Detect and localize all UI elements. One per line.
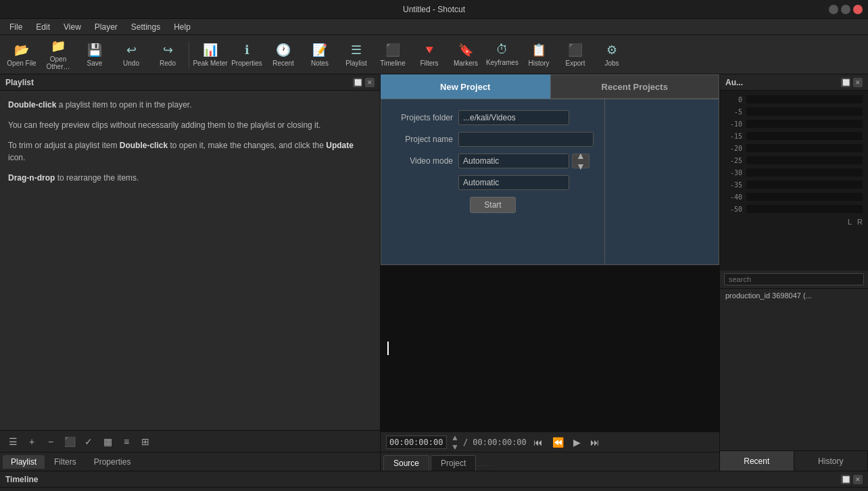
playlist-menu-button[interactable]: ☰ <box>4 434 22 449</box>
markers-icon: 🔖 <box>458 43 473 57</box>
playlist-table-button[interactable]: ▦ <box>99 434 116 449</box>
meter-label-4: -20 <box>725 145 742 152</box>
menu-file[interactable]: File <box>4 21 28 33</box>
notes-button[interactable]: 📝 Notes <box>302 37 337 72</box>
timeline-button[interactable]: ⬛ Timeline <box>375 37 410 72</box>
export-button[interactable]: ⬛ Export <box>558 37 593 72</box>
meter-label-1: -5 <box>725 108 742 116</box>
jobs-button[interactable]: ⚙ Jobs <box>594 37 629 72</box>
menu-edit[interactable]: Edit <box>30 21 55 33</box>
toolbar-separator-1 <box>189 41 189 68</box>
export-icon: ⬛ <box>568 43 583 57</box>
projects-folder-input[interactable] <box>458 110 569 125</box>
project-dialog-body: Projects folder Project name Video mode … <box>381 99 719 265</box>
playlist-close-button[interactable]: ✕ <box>365 78 375 87</box>
video-mode-label: Video mode <box>392 156 453 166</box>
tab-source[interactable]: Source <box>383 455 429 471</box>
recent-search-input[interactable] <box>724 273 864 285</box>
subtab-properties[interactable]: Properties <box>86 455 139 469</box>
meter-label-0: 0 <box>725 96 742 103</box>
open-file-icon: 📂 <box>14 43 29 57</box>
menu-help[interactable]: Help <box>168 21 196 33</box>
redo-button[interactable]: ↪ Redo <box>150 37 185 72</box>
right-tab-history[interactable]: History <box>794 451 869 471</box>
auto-input[interactable] <box>458 175 569 190</box>
audio-panel-header: Au... ⬜ ✕ <box>720 74 868 91</box>
meter-label-8: -40 <box>725 193 742 201</box>
meter-label-5: -25 <box>725 157 742 164</box>
recent-projects-tab[interactable]: Recent Projects <box>550 74 720 99</box>
playlist-remove-button[interactable]: − <box>42 434 59 449</box>
meter-row-5: -25 <box>725 154 863 166</box>
maximize-button[interactable] <box>841 5 850 14</box>
open-other-button[interactable]: 📁 Open Other… <box>41 37 76 72</box>
save-label: Save <box>87 60 103 67</box>
audio-float-button[interactable]: ⬜ <box>841 78 850 87</box>
playlist-add-button[interactable]: + <box>23 434 41 449</box>
menu-player[interactable]: Player <box>89 21 123 33</box>
audio-close-button[interactable]: ✕ <box>853 78 863 87</box>
timeline-float-button[interactable]: ⬜ <box>841 475 850 484</box>
close-button[interactable] <box>853 5 863 14</box>
playlist-button[interactable]: ☰ Playlist <box>339 37 374 72</box>
start-button[interactable]: Start <box>470 197 515 213</box>
subtab-playlist[interactable]: Playlist <box>3 455 45 469</box>
transport-rewind-button[interactable]: ⏪ <box>550 436 566 449</box>
markers-button[interactable]: 🔖 Markers <box>448 37 483 72</box>
new-project-tab[interactable]: New Project <box>381 74 550 99</box>
filters-button[interactable]: 🔻 Filters <box>412 37 447 72</box>
recent-button[interactable]: 🕐 Recent <box>266 37 301 72</box>
playlist-grid-button[interactable]: ⊞ <box>137 434 154 449</box>
menu-settings[interactable]: Settings <box>126 21 166 33</box>
properties-label: Properties <box>231 60 262 67</box>
toolbar: 📂 Open File 📁 Open Other… 💾 Save ↩ Undo … <box>0 35 868 74</box>
transport-play-button[interactable]: ▶ <box>571 436 583 449</box>
right-tab-recent[interactable]: Recent <box>720 451 794 471</box>
meter-bar-7 <box>746 181 863 189</box>
transport-end-button[interactable]: ⏭ <box>587 436 602 449</box>
playlist-instruction-3: To trim or adjust a playlist item Double… <box>8 139 372 164</box>
menu-view[interactable]: View <box>58 21 87 33</box>
keyframes-button[interactable]: ⏱ Keyframes <box>485 37 520 72</box>
recent-projects-list-panel <box>605 99 719 265</box>
timecode-total: / 00:00:00:00 <box>463 438 527 447</box>
meter-bar-2 <box>746 120 863 128</box>
properties-button[interactable]: ℹ Properties <box>229 37 264 72</box>
playlist-subtabs: Playlist Filters Properties <box>0 452 380 471</box>
project-name-input[interactable] <box>458 132 594 147</box>
recent-item-0[interactable]: production_id 3698047 (... <box>720 289 868 303</box>
meter-row-6: -30 <box>725 166 863 179</box>
video-mode-dropdown-button[interactable]: ▲▼ <box>572 154 589 168</box>
playlist-list-button[interactable]: ≡ <box>118 434 135 449</box>
meter-label-2: -10 <box>725 120 742 128</box>
subtab-filters[interactable]: Filters <box>46 455 85 469</box>
playlist-check-button[interactable]: ✓ <box>80 434 97 449</box>
meter-bar-8 <box>746 193 863 201</box>
playlist-float-button[interactable]: ⬜ <box>353 78 362 87</box>
peak-meter-button[interactable]: 📊 Peak Meter <box>193 37 228 72</box>
timeline-close-button[interactable]: ✕ <box>853 475 863 484</box>
history-button[interactable]: 📋 History <box>521 37 556 72</box>
open-file-button[interactable]: 📂 Open File <box>4 37 39 72</box>
timecode-current-input[interactable] <box>386 436 447 449</box>
playlist-copy-button[interactable]: ⬛ <box>61 434 78 449</box>
project-dialog-tabs: New Project Recent Projects <box>381 74 719 99</box>
video-mode-select-row: ▲▼ <box>458 154 589 168</box>
lr-label-r: R <box>857 218 863 226</box>
meter-label-6: -30 <box>725 169 742 177</box>
project-name-row: Project name <box>392 132 594 147</box>
audio-panel-controls: ⬜ ✕ <box>841 78 863 87</box>
filters-icon: 🔻 <box>422 43 437 57</box>
markers-label: Markers <box>454 60 478 67</box>
video-mode-row: Video mode ▲▼ <box>392 154 594 168</box>
transport-start-button[interactable]: ⏮ <box>531 436 546 449</box>
undo-button[interactable]: ↩ Undo <box>114 37 149 72</box>
video-mode-input[interactable] <box>458 154 569 168</box>
tab-project[interactable]: Project <box>431 455 476 471</box>
source-tab-dots: · · · · · <box>477 463 491 469</box>
projects-folder-row: Projects folder <box>392 110 594 125</box>
meter-bar-3 <box>746 132 863 140</box>
projects-folder-label: Projects folder <box>392 113 453 122</box>
minimize-button[interactable] <box>829 5 838 14</box>
save-button[interactable]: 💾 Save <box>77 37 112 72</box>
